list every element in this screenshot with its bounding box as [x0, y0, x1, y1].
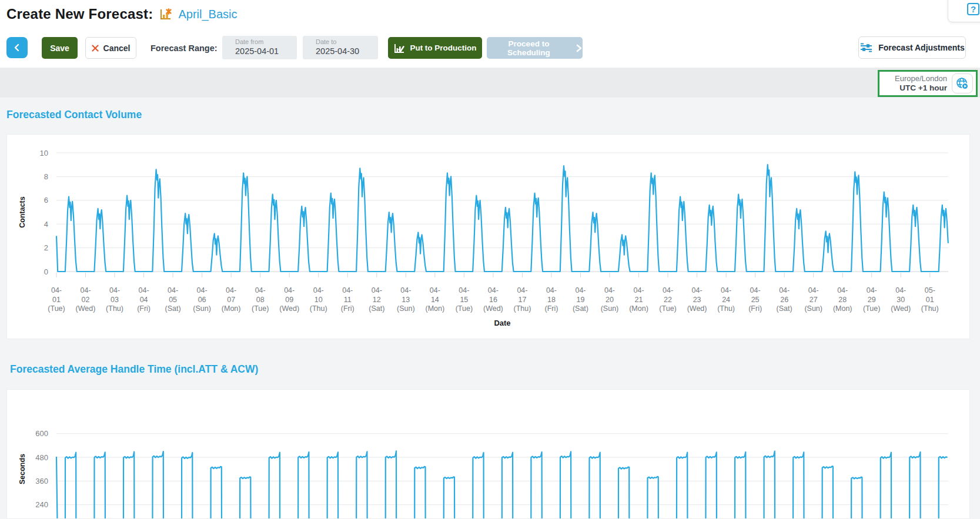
forecast-adjustments-label: Forecast Adjustments — [878, 43, 965, 52]
date-from-field[interactable]: Date from 2025-04-01 — [222, 36, 297, 59]
x-tick-label: 04-28(Mon) — [833, 286, 852, 313]
y-axis-label: Seconds — [18, 454, 26, 484]
x-tick-label: 04-03(Thu) — [106, 286, 123, 313]
x-tick-label: 04-29(Tue) — [863, 286, 880, 313]
date-from-value: 2025-04-01 — [235, 46, 297, 56]
timezone-band — [0, 68, 980, 98]
volume-chart-card: 0246810Contacts04-01(Tue)04-02(Wed)04-03… — [6, 134, 970, 339]
help-card: ? — [948, 0, 980, 22]
x-tick-label: 04-30(Wed) — [891, 286, 911, 313]
svg-text:8: 8 — [44, 172, 48, 181]
put-to-production-label: Put to Production — [410, 43, 476, 52]
create-forecast-page: { "header": { "title": "Create New Forec… — [0, 0, 980, 519]
forecast-line — [56, 165, 948, 272]
timezone-text: Europe/London UTC +1 hour — [895, 74, 947, 93]
x-tick-label: 04-14(Mon) — [426, 286, 445, 313]
proceed-label: Proceed to Scheduling — [487, 39, 571, 57]
chart-check-icon — [393, 42, 405, 54]
forecast-line — [56, 451, 948, 519]
forecast-name-link[interactable]: April_Basic — [178, 8, 237, 21]
date-to-value: 2025-04-30 — [316, 46, 378, 56]
date-to-label: Date to — [316, 38, 378, 46]
timezone-region: Europe/London — [895, 74, 947, 83]
x-tick-label: 04-20(Sun) — [601, 286, 619, 313]
cancel-button[interactable]: Cancel — [85, 37, 136, 59]
forecast-range-label: Forecast Range: — [150, 43, 218, 53]
svg-text:0: 0 — [44, 267, 48, 276]
x-tick-label: 04-02(Wed) — [76, 286, 96, 313]
proceed-to-scheduling-button[interactable]: Proceed to Scheduling — [487, 37, 583, 59]
header: Create New Forecast: April_Basic — [6, 6, 237, 22]
chevron-right-icon — [576, 44, 583, 52]
svg-text:480: 480 — [35, 453, 48, 462]
x-tick-label: 04-13(Sun) — [397, 286, 415, 313]
date-to-field[interactable]: Date to 2025-04-30 — [303, 36, 378, 59]
svg-text:10: 10 — [40, 149, 48, 158]
x-tick-label: 04-24(Thu) — [717, 286, 735, 313]
y-axis-label: Contacts — [18, 196, 26, 228]
x-tick-label: 04-09(Wed) — [279, 286, 299, 313]
timezone-offset: UTC +1 hour — [895, 83, 947, 93]
date-from-label: Date from — [235, 38, 297, 46]
x-tick-label: 04-08(Tue) — [252, 286, 269, 313]
back-button[interactable] — [6, 37, 28, 58]
x-tick-label: 04-04(Fri) — [137, 286, 150, 313]
x-tick-label: 04-19(Sat) — [573, 286, 588, 313]
x-tick-label: 04-12(Sat) — [369, 286, 384, 313]
x-tick-label: 04-06(Sun) — [193, 286, 211, 313]
x-tick-label: 04-21(Mon) — [629, 286, 648, 313]
svg-text:600: 600 — [35, 429, 48, 438]
help-icon[interactable]: ? — [967, 3, 979, 15]
svg-text:4: 4 — [44, 220, 48, 229]
svg-text:360: 360 — [35, 477, 48, 485]
forecast-chart-icon — [159, 8, 172, 21]
aht-chart-card: 240360480600Seconds — [6, 389, 970, 519]
chevron-left-icon — [13, 43, 21, 52]
x-tick-label: 04-27(Sun) — [804, 286, 822, 313]
timezone-box: Europe/London UTC +1 hour — [878, 70, 978, 97]
x-tick-label: 04-17(Thu) — [513, 286, 531, 313]
close-icon — [92, 45, 99, 52]
x-tick-label: 04-16(Wed) — [483, 286, 503, 313]
x-tick-label: 04-15(Tue) — [456, 286, 473, 313]
x-tick-label: 04-23(Wed) — [687, 286, 707, 313]
x-axis-label: Date — [494, 319, 510, 327]
cancel-label: Cancel — [103, 43, 131, 53]
x-tick-label: 04-05(Sat) — [165, 286, 181, 313]
svg-text:240: 240 — [35, 500, 48, 509]
x-tick-label: 05-01(Thu) — [921, 286, 939, 313]
svg-text:6: 6 — [44, 196, 48, 205]
x-tick-label: 04-25(Fri) — [748, 286, 762, 313]
x-tick-label: 04-11(Fri) — [341, 286, 354, 313]
forecast-adjustments-button[interactable]: Forecast Adjustments — [858, 36, 966, 59]
x-tick-label: 04-01(Tue) — [48, 286, 65, 313]
svg-text:2: 2 — [44, 243, 48, 252]
x-tick-label: 04-10(Thu) — [310, 286, 327, 313]
timezone-globe-button[interactable] — [952, 73, 973, 93]
volume-chart-title: Forecasted Contact Volume — [6, 109, 142, 121]
aht-chart: 240360480600Seconds — [7, 390, 970, 519]
globe-icon — [955, 76, 969, 91]
x-tick-label: 04-18(Fri) — [544, 286, 558, 313]
sliders-icon — [859, 41, 874, 54]
x-tick-label: 04-26(Sat) — [777, 286, 792, 313]
aht-chart-title: Forecasted Average Handle Time (incl.ATT… — [10, 363, 258, 376]
volume-chart: 0246810Contacts04-01(Tue)04-02(Wed)04-03… — [7, 135, 970, 339]
x-tick-label: 04-07(Mon) — [222, 286, 241, 313]
x-tick-label: 04-22(Tue) — [659, 286, 676, 313]
put-to-production-button[interactable]: Put to Production — [388, 37, 482, 59]
page-title: Create New Forecast: — [6, 6, 153, 22]
save-button[interactable]: Save — [42, 37, 78, 59]
